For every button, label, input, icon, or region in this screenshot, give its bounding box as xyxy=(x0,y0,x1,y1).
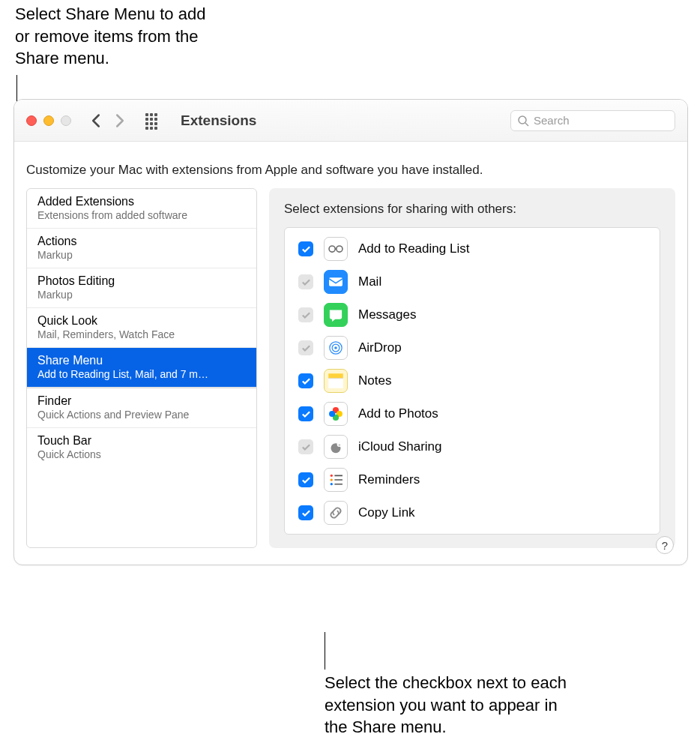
extension-label: Mail xyxy=(358,274,381,289)
reminders-icon xyxy=(326,470,346,490)
extension-row-airdrop: AirDrop xyxy=(285,331,660,364)
extension-checkbox[interactable] xyxy=(298,406,313,421)
extension-row-copy-link: Copy Link xyxy=(285,496,660,529)
svg-point-14 xyxy=(329,411,335,417)
check-icon xyxy=(301,244,311,254)
check-icon xyxy=(301,277,311,287)
sidebar-item-subtitle: Mail, Reminders, Watch Face xyxy=(37,328,246,340)
check-icon xyxy=(301,376,311,386)
sidebar-item-quick-look[interactable]: Quick LookMail, Reminders, Watch Face xyxy=(27,308,256,348)
sidebar-item-subtitle: Quick Actions and Preview Pane xyxy=(37,409,246,421)
extension-row-reminders: Reminders xyxy=(285,463,660,496)
extension-icon xyxy=(324,237,348,261)
sidebar-item-title: Touch Bar xyxy=(37,434,246,448)
extension-checkbox[interactable] xyxy=(298,472,313,487)
extension-checkbox xyxy=(298,340,313,355)
extension-icon: + xyxy=(324,435,348,459)
sidebar-item-touch-bar[interactable]: Touch BarQuick Actions xyxy=(27,428,256,467)
extension-checkbox xyxy=(298,439,313,454)
photos-icon xyxy=(326,404,346,424)
svg-point-0 xyxy=(519,116,526,124)
extension-label: Add to Reading List xyxy=(358,241,469,256)
sidebar-item-subtitle: Markup xyxy=(37,249,246,261)
sidebar-item-finder[interactable]: FinderQuick Actions and Preview Pane xyxy=(27,388,256,428)
messages-icon xyxy=(326,305,346,325)
airdrop-icon xyxy=(326,338,346,358)
sidebar-item-photos-editing[interactable]: Photos EditingMarkup xyxy=(27,268,256,308)
extension-icon xyxy=(324,402,348,426)
all-prefs-icon[interactable] xyxy=(145,112,161,129)
check-icon xyxy=(301,343,311,353)
sidebar-item-added-extensions[interactable]: Added ExtensionsExtensions from added so… xyxy=(27,189,256,229)
svg-point-3 xyxy=(337,246,343,252)
glasses-icon xyxy=(326,239,346,259)
mail-icon xyxy=(326,272,346,292)
extension-icon xyxy=(324,270,348,294)
detail-heading: Select extensions for sharing with other… xyxy=(284,202,660,217)
svg-point-7 xyxy=(334,346,337,349)
maximize-button[interactable] xyxy=(61,115,71,126)
sidebar-item-subtitle: Markup xyxy=(37,289,246,301)
sidebar-item-title: Share Menu xyxy=(37,354,246,367)
sidebar-item-title: Added Extensions xyxy=(37,195,246,208)
help-button[interactable]: ? xyxy=(656,536,674,554)
check-icon xyxy=(301,442,311,452)
extension-label: Reminders xyxy=(358,472,420,487)
callout-top: Select Share Menu to add or remove items… xyxy=(15,3,225,70)
check-icon xyxy=(301,508,311,518)
svg-rect-8 xyxy=(328,373,343,379)
callout-line-bottom-v xyxy=(325,632,325,670)
extension-icon xyxy=(324,369,348,393)
svg-line-1 xyxy=(525,123,528,126)
check-icon xyxy=(301,409,311,419)
sidebar-item-title: Photos Editing xyxy=(37,274,246,288)
icloud-icon: + xyxy=(326,437,346,457)
extension-row-add-to-photos: Add to Photos xyxy=(285,397,660,430)
sidebar-item-share-menu[interactable]: Share MenuAdd to Reading List, Mail, and… xyxy=(27,348,256,388)
extension-icon xyxy=(324,501,348,525)
extension-checkbox[interactable] xyxy=(298,505,313,520)
close-button[interactable] xyxy=(26,115,37,126)
detail-pane: Select extensions for sharing with other… xyxy=(269,188,675,548)
extension-label: Notes xyxy=(358,373,391,388)
svg-point-20 xyxy=(331,478,333,481)
sidebar-item-title: Quick Look xyxy=(37,314,246,328)
svg-point-22 xyxy=(331,483,333,485)
extension-checkbox xyxy=(298,307,313,322)
search-icon xyxy=(517,115,529,127)
nav-buttons xyxy=(91,113,125,128)
minimize-button[interactable] xyxy=(43,115,54,126)
extension-row-messages: Messages xyxy=(285,298,660,331)
extension-icon xyxy=(324,336,348,360)
search-field[interactable]: Search xyxy=(510,110,675,131)
sidebar-item-subtitle: Extensions from added software xyxy=(37,209,246,221)
extension-checkbox[interactable] xyxy=(298,373,313,388)
sidebar-item-title: Actions xyxy=(37,235,246,248)
extension-icon xyxy=(324,303,348,327)
sidebar-item-title: Finder xyxy=(37,394,246,408)
check-icon xyxy=(301,475,311,485)
window-title: Extensions xyxy=(181,112,256,129)
sidebar-item-subtitle: Add to Reading List, Mail, and 7 m… xyxy=(37,368,246,380)
notes-icon xyxy=(326,371,346,391)
category-sidebar: Added ExtensionsExtensions from added so… xyxy=(26,188,257,548)
preferences-window: Extensions Search Customize your Mac wit… xyxy=(13,99,688,565)
sidebar-item-actions[interactable]: ActionsMarkup xyxy=(27,229,256,268)
link-icon xyxy=(326,503,346,523)
svg-rect-9 xyxy=(328,379,343,388)
extension-row-mail: Mail xyxy=(285,265,660,298)
extension-label: Copy Link xyxy=(358,505,415,520)
extension-row-notes: Notes xyxy=(285,364,660,397)
svg-point-2 xyxy=(329,246,335,252)
extension-list: Add to Reading ListMailMessagesAirDropNo… xyxy=(284,227,660,535)
extension-checkbox[interactable] xyxy=(298,241,313,256)
extension-label: Messages xyxy=(358,307,416,322)
callout-bottom: Select the checkbox next to each extensi… xyxy=(325,672,579,739)
extension-row-icloud-sharing: +iCloud Sharing xyxy=(285,430,660,463)
forward-icon[interactable] xyxy=(115,113,125,128)
extension-label: iCloud Sharing xyxy=(358,439,442,454)
svg-point-18 xyxy=(331,475,333,477)
extension-label: AirDrop xyxy=(358,340,402,355)
back-icon[interactable] xyxy=(91,113,101,128)
extension-icon xyxy=(324,468,348,492)
